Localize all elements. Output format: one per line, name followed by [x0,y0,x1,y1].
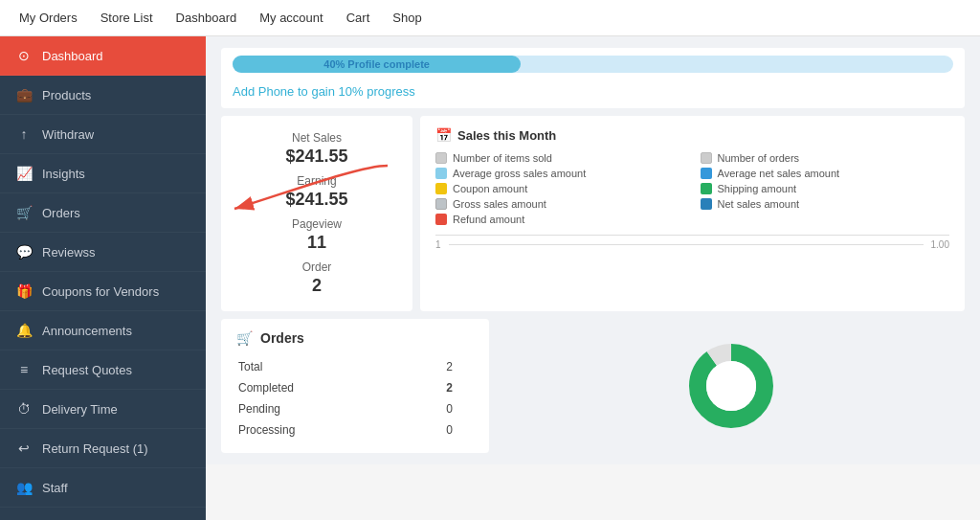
table-row: Processing 0 [238,420,472,440]
sidebar-item-withdraw[interactable]: ↑ Withdraw [0,115,206,154]
stats-panel: Net Sales $241.55 Earning $241.55 Pagevi… [221,116,412,311]
sidebar-item-orders[interactable]: 🛒 Orders [0,193,206,233]
orders-pending-label: Pending [238,399,398,418]
legend-swatch-refund [435,214,447,225]
orders-processing-value: 0 [400,420,472,440]
sidebar-label-request-quotes: Request Quotes [42,363,132,377]
net-sales-stat: Net Sales $241.55 [244,131,390,167]
top-navigation: My Orders Store List Dashboard My accoun… [0,0,980,36]
legend-avg-gross: Average gross sales amount [435,168,685,179]
legend-swatch-items-sold [435,152,447,164]
legend-coupon: Coupon amount [435,183,685,194]
coupons-icon: 🎁 [15,283,33,300]
sidebar-label-dashboard: Dashboard [42,49,103,63]
net-sales-label: Net Sales [244,131,390,145]
order-stat: Order 2 [244,260,390,296]
earning-stat: Earning $241.55 [244,174,390,210]
table-row: Pending 0 [238,399,472,418]
sidebar-item-reviewss[interactable]: 💬 Reviewss [0,233,206,272]
legend-swatch-avg-net [701,168,712,179]
sidebar-item-insights[interactable]: 📈 Insights [0,154,206,193]
legend-shipping: Shipping amount [701,183,950,194]
orders-completed-value: 2 [400,378,472,397]
sidebar-item-return-request[interactable]: ↩ Return Request (1) [0,429,206,468]
sidebar-label-withdraw: Withdraw [42,127,94,142]
sales-chart-title: 📅 Sales this Month [435,127,949,143]
return-request-icon: ↩ [15,440,33,457]
stats-chart-row: Net Sales $241.55 Earning $241.55 Pagevi… [221,116,965,311]
sales-chart-panel: 📅 Sales this Month Number of items sold … [420,116,965,311]
main-content: 40% Profile complete Add Phone to gain 1… [206,36,980,464]
sidebar-item-staff[interactable]: 👥 Staff [0,468,206,508]
sidebar-label-announcements: Announcements [42,324,132,338]
orders-panel-title: 🛒 Orders [236,330,474,346]
legend-net-sales: Net sales amount [701,198,950,210]
sidebar-item-announcements[interactable]: 🔔 Announcements [0,311,206,350]
orders-total-value: 2 [400,357,472,376]
orders-total-label: Total [238,357,398,376]
legend-swatch-shipping [701,183,712,194]
earning-value: $241.55 [244,190,390,210]
chart-axis-right: 1.00 [931,239,949,250]
sidebar-item-followers[interactable]: ♥ Followers [0,508,206,520]
progress-bar-label: 40% Profile complete [323,58,430,70]
dashboard-icon: ⊙ [15,47,33,64]
legend-items-sold: Number of items sold [435,152,685,164]
nav-shop[interactable]: Shop [392,11,421,25]
sidebar-label-return-request: Return Request (1) [42,441,148,456]
sidebar-item-products[interactable]: 💼 Products [0,76,206,115]
sidebar-item-coupons[interactable]: 🎁 Coupons for Vendors [0,272,206,311]
legend-avg-net: Average net sales amount [701,168,950,179]
legend-gross-sales: Gross sales amount [435,198,685,210]
svg-point-3 [706,361,756,411]
pageview-stat: Pageview 11 [244,217,390,253]
legend-swatch-net-sales [701,198,712,210]
net-sales-value: $241.55 [244,147,390,167]
request-quotes-icon: ≡ [15,361,33,378]
withdraw-icon: ↑ [15,125,33,143]
orders-row: 🛒 Orders Total 2 Completed 2 P [221,319,965,453]
progress-bar-wrap: 40% Profile complete [233,56,953,73]
orders-panel: 🛒 Orders Total 2 Completed 2 P [221,319,489,453]
sidebar-item-dashboard[interactable]: ⊙ Dashboard [0,36,206,76]
calendar-icon: 📅 [435,127,452,143]
legend-swatch-gross-sales [435,198,447,210]
profile-cta[interactable]: Add Phone to gain 10% progress [233,79,953,101]
sidebar-label-orders: Orders [42,206,80,220]
sidebar-item-delivery-time[interactable]: ⏱ Delivery Time [0,390,206,429]
nav-dashboard[interactable]: Dashboard [176,11,237,25]
cart-icon: 🛒 [236,330,253,346]
sidebar-label-delivery-time: Delivery Time [42,402,118,417]
products-icon: 💼 [15,86,33,103]
table-row: Total 2 [238,357,472,376]
legend-swatch-coupon [435,183,447,194]
sales-legend: Number of items sold Number of orders Av… [435,152,949,225]
insights-icon: 📈 [15,165,33,182]
orders-completed-label: Completed [238,378,398,397]
legend-swatch-num-orders [701,152,712,164]
nav-cart[interactable]: Cart [346,11,370,25]
nav-my-orders[interactable]: My Orders [19,11,78,25]
orders-icon: 🛒 [15,204,33,221]
sidebar-label-insights: Insights [42,167,85,181]
order-value: 2 [244,276,390,296]
orders-table: Total 2 Completed 2 Pending 0 Processi [236,355,474,441]
table-row: Completed 2 [238,378,472,397]
announcements-icon: 🔔 [15,322,33,339]
nav-store-list[interactable]: Store List [100,11,153,25]
sidebar-item-request-quotes[interactable]: ≡ Request Quotes [0,350,206,390]
legend-refund: Refund amount [435,214,685,225]
sidebar-label-staff: Staff [42,481,68,495]
pageview-value: 11 [244,233,390,253]
chart-axis-left: 1 [435,239,441,250]
sidebar-label-reviewss: Reviewss [42,245,96,260]
earning-label: Earning [244,174,390,188]
nav-my-account[interactable]: My account [259,11,323,25]
pageview-label: Pageview [244,217,390,231]
donut-chart-wrap [497,319,965,453]
orders-processing-label: Processing [238,420,398,440]
reviewss-icon: 💬 [15,243,33,260]
legend-num-orders: Number of orders [701,152,950,164]
orders-pending-value: 0 [400,399,472,418]
sidebar-label-coupons: Coupons for Vendors [42,284,159,299]
